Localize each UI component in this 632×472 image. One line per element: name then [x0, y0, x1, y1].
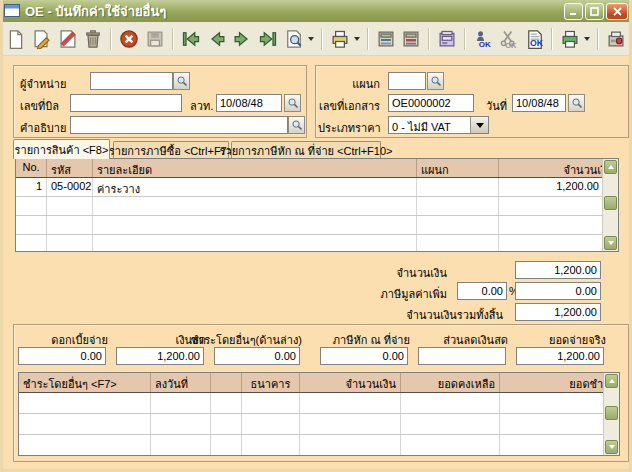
- cash-register-button[interactable]: [373, 25, 399, 53]
- bill-date-lookup-button[interactable]: [284, 94, 301, 112]
- price-type-value: 0 - ไม่มี VAT: [392, 118, 451, 136]
- grand-total-field[interactable]: [515, 303, 601, 321]
- items-table: No. รหัส รายละเอียด แผนก จำนวนเงิน 1 05-…: [15, 158, 619, 252]
- magnifier-icon: [287, 97, 299, 109]
- scroll-down-button[interactable]: [604, 236, 617, 250]
- print-alt-dropdown-caret[interactable]: [584, 37, 590, 41]
- maximize-button[interactable]: [585, 3, 604, 20]
- last-record-button[interactable]: [255, 25, 281, 53]
- svg-text:OK: OK: [530, 37, 544, 47]
- previous-record-button[interactable]: [204, 25, 230, 53]
- description-label: คำอธิบาย: [20, 119, 66, 137]
- printer-green-icon: [560, 29, 580, 49]
- find-button[interactable]: [281, 25, 307, 53]
- print-alt-button[interactable]: [557, 25, 583, 53]
- print-dropdown-caret[interactable]: [354, 37, 360, 41]
- first-record-button[interactable]: [178, 25, 204, 53]
- cancel-button[interactable]: [116, 25, 142, 53]
- doc-date-lookup-button[interactable]: [568, 94, 585, 112]
- scroll-up-button[interactable]: [604, 160, 617, 174]
- scroll-up-button[interactable]: [605, 374, 618, 388]
- toolbar-separator: [597, 28, 599, 50]
- withholding-field[interactable]: [320, 347, 408, 365]
- amount-total-field[interactable]: [515, 261, 601, 279]
- post-button[interactable]: OK: [522, 25, 548, 53]
- vat-label: ภาษีมูลค่าเพิ่ม: [381, 285, 447, 303]
- tab-input-vat[interactable]: รายการภาษีซื้อ <Ctrl+F7>: [113, 141, 229, 159]
- price-type-select[interactable]: 0 - ไม่มี VAT: [388, 116, 489, 134]
- approve-button[interactable]: OK: [470, 25, 496, 53]
- table-row[interactable]: [16, 216, 603, 235]
- card-device-button[interactable]: [434, 25, 460, 53]
- new-document-icon: [6, 29, 26, 49]
- table-row[interactable]: [16, 235, 603, 252]
- toolbar-separator: [551, 28, 553, 50]
- cash-field[interactable]: [116, 347, 204, 365]
- vendor-lookup-button[interactable]: [173, 72, 190, 90]
- new-button[interactable]: [3, 25, 29, 53]
- print-button[interactable]: [327, 25, 353, 53]
- scroll-thumb[interactable]: [604, 196, 617, 210]
- cash-register-icon: [376, 29, 396, 49]
- cash-discount-field[interactable]: [418, 347, 506, 365]
- scroll-thumb[interactable]: [605, 406, 618, 420]
- cell-amount: 1,200.00: [499, 178, 603, 196]
- doc-no-label: เลขที่เอกสาร: [318, 97, 380, 115]
- table-row[interactable]: [19, 435, 603, 456]
- payment-register-icon: [401, 29, 421, 49]
- department-input[interactable]: [388, 72, 426, 90]
- description-lookup-button[interactable]: [288, 116, 305, 134]
- department-lookup-button[interactable]: [427, 72, 444, 90]
- save-button[interactable]: [142, 25, 168, 53]
- edit-button[interactable]: [29, 25, 55, 53]
- delete-button[interactable]: [80, 25, 106, 53]
- payment-table: ชำระโดยอื่นๆ <F7> ลงวันที่ ธนาคาร จำนวนเ…: [18, 372, 620, 456]
- table-row[interactable]: [16, 197, 603, 216]
- vat-amount-field[interactable]: [515, 282, 601, 300]
- pay-other-field[interactable]: [214, 347, 300, 365]
- table-row[interactable]: 1 05-0002 ค่าระวาง 1,200.00: [16, 178, 603, 197]
- items-table-header: No. รหัส รายละเอียด แผนก จำนวนเงิน: [16, 159, 618, 178]
- void-button[interactable]: [55, 25, 81, 53]
- next-record-button[interactable]: [229, 25, 255, 53]
- tab-withholding-tax[interactable]: รายการภาษีหัก ณ ที่จ่าย <Ctrl+F10>: [231, 141, 381, 159]
- toolbar-separator: [367, 28, 369, 50]
- approve-ok-icon: OK: [473, 29, 493, 49]
- table-row[interactable]: [19, 414, 603, 435]
- cancel-icon: [119, 29, 139, 49]
- minimize-button[interactable]: [564, 3, 583, 20]
- col-balance: ยอดคงเหลือ: [401, 373, 500, 392]
- close-icon: [613, 7, 622, 16]
- bill-no-input[interactable]: [70, 94, 182, 112]
- table-row[interactable]: [19, 393, 603, 414]
- tab-items[interactable]: รายการสินค้า <F8>: [13, 139, 110, 159]
- vendor-input[interactable]: [90, 72, 173, 90]
- interest-field[interactable]: [18, 347, 106, 365]
- chevron-up-icon: [609, 379, 615, 383]
- toolbar-separator: [110, 28, 112, 50]
- doc-date-label: วันที่: [486, 97, 507, 115]
- col-pay-amount: จำนวนเงิน: [300, 373, 401, 392]
- printer-icon: [330, 29, 350, 49]
- find-dropdown-caret[interactable]: [308, 37, 314, 41]
- doc-no-input[interactable]: [388, 94, 474, 112]
- chevron-up-icon: [608, 165, 614, 169]
- col-amount: จำนวนเงิน: [499, 159, 618, 177]
- payment-scrollbar[interactable]: [603, 373, 619, 455]
- payment-table-header: ชำระโดยอื่นๆ <F7> ลงวันที่ ธนาคาร จำนวนเ…: [19, 373, 619, 393]
- scroll-down-button[interactable]: [605, 440, 618, 454]
- fax-lookup-button[interactable]: [603, 25, 629, 53]
- minimize-icon: [569, 7, 578, 16]
- price-type-dropdown-button[interactable]: [470, 117, 488, 133]
- net-paid-field[interactable]: [516, 347, 604, 365]
- items-scrollbar[interactable]: [602, 159, 618, 251]
- vat-percent-field[interactable]: [457, 282, 507, 300]
- bill-date-input[interactable]: [216, 94, 282, 112]
- close-button[interactable]: [606, 3, 628, 20]
- doc-date-input[interactable]: [512, 94, 566, 112]
- svg-text:OK: OK: [505, 41, 517, 49]
- description-input[interactable]: [70, 116, 288, 134]
- title-bar: OE - บันทึกค่าใช้จ่ายอื่นๆ: [0, 0, 632, 22]
- unapprove-button[interactable]: OK: [496, 25, 522, 53]
- payment-register-button[interactable]: [398, 25, 424, 53]
